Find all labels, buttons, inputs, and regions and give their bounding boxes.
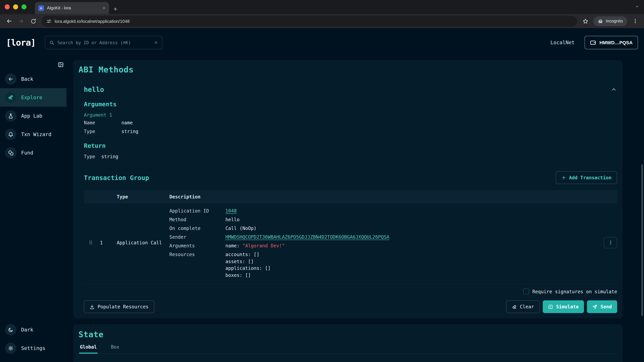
desc-row-arguments: Arguments name: "Algorand Dev!" (170, 241, 588, 250)
sidebar-item-explore[interactable]: Explore (0, 88, 66, 107)
transaction-table: Type Description 1 Application Call (84, 190, 617, 284)
sidebar-item-label: Explore (21, 94, 42, 100)
state-card: State Global Box (73, 324, 622, 362)
return-type-row: Type string (84, 152, 617, 161)
chevron-up-icon[interactable] (611, 87, 616, 92)
method-accordion-header[interactable]: hello (84, 84, 617, 94)
resource-line: accounts: [] (226, 251, 271, 258)
simulate-button[interactable]: Simulate (543, 300, 584, 313)
page-scrollbar[interactable] (641, 164, 643, 316)
transaction-group-header: Transaction Group Add Transaction (84, 171, 617, 184)
field-value: string (101, 152, 118, 161)
sidebar-item-txn-wizard[interactable]: Txn Wizard (0, 125, 66, 143)
sidebar-item-label: App Lab (21, 113, 42, 119)
state-title: State (78, 330, 617, 340)
search-icon (49, 40, 54, 45)
url-bar[interactable]: lora.algokit.io/localnet/application/104… (42, 15, 578, 27)
eraser-icon (512, 304, 517, 309)
gear-icon (5, 343, 16, 354)
browser-reload-button[interactable] (28, 15, 39, 27)
application-id-link[interactable]: 1048 (226, 206, 237, 215)
field-label: Type (84, 127, 122, 136)
row-menu-cell (588, 206, 617, 279)
desc-row-application-id: Application ID 1048 (170, 206, 588, 215)
field-label: Type (84, 152, 101, 161)
desc-value: name: "Algorand Dev!" (226, 241, 285, 250)
tab-box[interactable]: Box (110, 344, 120, 354)
transaction-group-title: Transaction Group (84, 174, 149, 182)
browser-menu-button[interactable] (630, 16, 641, 26)
abi-methods-card: ABI Methods hello Arguments Argument 1 N… (73, 60, 622, 319)
window-close-button[interactable] (5, 4, 10, 9)
app-header: [lora] LocalNet HMWD…PQSA (0, 28, 644, 57)
plus-icon (561, 175, 566, 180)
window-minimize-button[interactable] (13, 4, 18, 9)
desc-label: Arguments (170, 241, 226, 250)
sidebar-item-label: Fund (21, 150, 33, 156)
tab-close-icon[interactable] (102, 6, 106, 10)
sender-address-link[interactable]: HMWDSHQCOPD2T36WBAHLAZ6PO5GDJJZBN4D2TODK… (226, 233, 390, 241)
search-input[interactable] (57, 40, 151, 45)
network-label[interactable]: LocalNet (550, 39, 575, 45)
require-signatures-checkbox[interactable] (523, 289, 529, 294)
download-icon (90, 304, 94, 309)
main-content: ABI Methods hello Arguments Argument 1 N… (66, 57, 644, 362)
clear-button[interactable]: Clear (506, 300, 540, 313)
desc-row-sender: Sender HMWDSHQCOPD2T36WBAHLAZ6PO5GDJJZBN… (170, 233, 588, 241)
new-tab-button[interactable] (113, 7, 118, 11)
moon-icon (5, 324, 16, 335)
header-right: LocalNet HMWD…PQSA (550, 36, 638, 49)
drag-handle-icon[interactable] (84, 206, 97, 279)
resource-line: boxes: [] (226, 272, 271, 279)
tab-title: AlgoKit - lora (47, 6, 99, 10)
lora-app: [lora] LocalNet HMWD…PQSA (0, 28, 644, 362)
clear-label: Clear (520, 304, 534, 309)
desc-label: Method (170, 215, 226, 224)
site-settings-icon[interactable] (46, 18, 51, 24)
url-text[interactable]: lora.algokit.io/localnet/application/104… (55, 18, 130, 24)
send-button[interactable]: Send (587, 300, 617, 313)
browser-back-button[interactable] (3, 15, 15, 27)
txn-wizard-icon (5, 129, 16, 140)
return-heading: Return (84, 142, 617, 150)
sidebar-item-dark-mode[interactable]: Dark (0, 321, 66, 339)
transaction-description: Application ID 1048 Method hello On comp… (168, 206, 588, 279)
field-value: string (122, 127, 138, 136)
column-header-description: Description (168, 194, 588, 199)
desc-row-resources: Resources accounts: [] assets: [] applic… (170, 250, 588, 279)
desc-label: On complete (170, 224, 226, 233)
sidebar-item-settings[interactable]: Settings (0, 339, 66, 357)
app-logo[interactable]: [lora] (6, 37, 36, 48)
flask-icon (5, 110, 16, 121)
resources-list: accounts: [] assets: [] applications: []… (226, 250, 271, 279)
browser-tab-strip: AlgoKit - lora (0, 0, 644, 14)
window-controls (5, 4, 26, 9)
sidebar-footer: Dark Settings (0, 321, 66, 357)
back-icon (5, 73, 16, 85)
browser-tab[interactable]: AlgoKit - lora (35, 2, 109, 14)
add-transaction-button[interactable]: Add Transaction (556, 171, 617, 184)
desc-label: Sender (170, 233, 226, 241)
desc-label: Resources (170, 250, 226, 279)
sidebar-item-label: Back (21, 76, 33, 82)
sidebar-item-app-lab[interactable]: App Lab (0, 107, 66, 125)
resource-line: assets: [] (226, 258, 271, 265)
populate-resources-button[interactable]: Populate Resources (84, 300, 154, 313)
wallet-button[interactable]: HMWD…PQSA (585, 36, 638, 49)
bookmark-star-icon[interactable] (580, 16, 591, 26)
sidebar-item-fund[interactable]: Fund (0, 143, 66, 162)
sidebar-item-back[interactable]: Back (0, 70, 66, 88)
tab-search-chevron-icon[interactable] (635, 4, 639, 9)
collapse-sidebar-button[interactable] (58, 62, 64, 68)
sidebar-nav: Back Explore App Lab (0, 57, 66, 162)
desc-row-method: Method hello (170, 215, 588, 224)
column-header-type: Type (113, 194, 168, 199)
window-zoom-button[interactable] (22, 4, 26, 9)
global-search[interactable] (45, 36, 162, 49)
simulate-icon (548, 304, 553, 309)
tab-global[interactable]: Global (79, 344, 98, 354)
search-clear-icon[interactable] (154, 40, 158, 44)
desc-value: hello (226, 215, 240, 224)
state-tabs: Global Box (78, 344, 617, 354)
row-menu-button[interactable] (604, 237, 617, 248)
